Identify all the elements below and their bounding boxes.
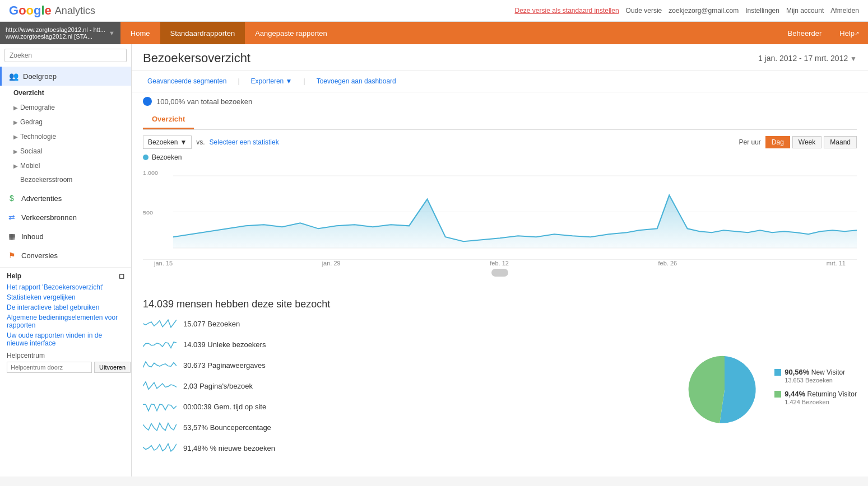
help-link-3[interactable]: De interactieve tabel gebruiken	[7, 303, 124, 311]
sidebar-item-sociaal[interactable]: ▶ Sociaal	[0, 144, 131, 158]
helpcentrum-label: Helpcentrum	[7, 352, 45, 359]
new-visitor-text: 90,56% New Visitor 13.653 Bezoeken	[785, 368, 845, 384]
logo: Google Analytics	[9, 3, 95, 18]
helpcentrum-button[interactable]: Uitvoeren	[94, 362, 131, 373]
inhoud-icon: ▦	[7, 231, 17, 241]
maand-button[interactable]: Maand	[824, 136, 857, 148]
sidebar-item-gedrag[interactable]: ▶ Gedrag	[0, 115, 131, 129]
main-layout: 👥 Doelgroep Overzicht ▶ Demografie ▶ Ged…	[0, 44, 868, 476]
segment-bar: 100,00% van totaal bezoeken	[132, 92, 868, 110]
tab-overzicht[interactable]: Overzicht	[143, 110, 194, 129]
helpcentrum-row: Uitvoeren	[7, 362, 124, 373]
overview-tabs: Overzicht	[143, 110, 857, 130]
week-button[interactable]: Week	[792, 136, 821, 148]
stat-row: 00:00:39 Gem. tijd op site	[143, 400, 677, 414]
nav-help[interactable]: Help ↗	[830, 29, 868, 38]
settings-link[interactable]: Instellingen	[745, 7, 779, 15]
segment-circle-icon	[143, 97, 152, 106]
stat-label: 2,03 Pagina's/bezoek	[183, 382, 253, 390]
nav-admin[interactable]: Beheerder	[779, 29, 831, 38]
navbar: http://www.zorgtoeslag2012.nl - htt... w…	[0, 22, 868, 44]
old-version-link[interactable]: Oude versie	[626, 7, 662, 15]
gedrag-label: Gedrag	[20, 118, 43, 126]
sparkline-icon	[143, 317, 177, 331]
nav-standard-reports[interactable]: Standaardrapporten	[160, 22, 245, 44]
scroll-handle[interactable]	[491, 269, 508, 277]
time-range-buttons: Per uur Dag Week Maand	[739, 136, 857, 148]
x-label-2: feb. 12	[490, 260, 509, 267]
sidebar-item-conversies[interactable]: ⚑ Conversies	[0, 246, 131, 265]
conversies-icon: ⚑	[7, 250, 17, 260]
search-box	[0, 44, 131, 67]
stat-row: 14.039 Unieke bezoekers	[143, 338, 677, 352]
date-range-text: 1 jan. 2012 - 17 mrt. 2012	[758, 54, 848, 63]
stat-row: 91,48% % nieuwe bezoeken	[143, 441, 677, 455]
email-link[interactable]: zoekjezorg@gmail.com	[669, 7, 739, 15]
sidebar-item-advertenties[interactable]: $ Advertenties	[0, 189, 131, 208]
sidebar-item-bezoekersstroom[interactable]: Bezoekersstroom	[0, 173, 131, 186]
nav-home[interactable]: Home	[120, 22, 160, 44]
help-link-4[interactable]: Algemene bedieningselementen voor rappor…	[7, 314, 124, 329]
dropdown-arrow-icon: ▼	[180, 138, 187, 146]
logout-link[interactable]: Afmelden	[830, 7, 859, 15]
helpcentrum-input[interactable]	[7, 362, 92, 373]
help-link-5[interactable]: Uw oude rapporten vinden in de nieuwe in…	[7, 331, 124, 347]
legend-label: Bezoeken	[152, 153, 182, 161]
page-title: Bezoekersoverzicht	[143, 51, 250, 66]
bezoekersstroom-label: Bezoekersstroom	[20, 176, 72, 184]
stats-section: 14.039 mensen hebben deze site bezocht 1…	[132, 292, 868, 462]
sidebar-item-verkeersbronnen[interactable]: ⇄ Verkeersbronnen	[0, 208, 131, 227]
stats-list: 15.077 Bezoeken14.039 Unieke bezoekers30…	[143, 317, 677, 462]
stat-row: 2,03 Pagina's/bezoek	[143, 379, 677, 393]
set-default-link[interactable]: Deze versie als standaard instellen	[514, 7, 619, 15]
doelgroep-icon: 👥	[8, 71, 18, 81]
x-label-0: jan. 15	[154, 260, 173, 267]
sparkline-icon	[143, 338, 177, 352]
sidebar-item-technologie[interactable]: ▶ Technologie	[0, 129, 131, 144]
sidebar-item-inhoud[interactable]: ▦ Inhoud	[0, 227, 131, 246]
dag-button[interactable]: Dag	[765, 136, 790, 148]
collapse-icon[interactable]: ◻	[119, 272, 124, 280]
verkeersbronnen-label: Verkeersbronnen	[21, 213, 77, 222]
toevoegen-button[interactable]: Toevoegen aan dashboard	[312, 75, 401, 87]
stat-label: 00:00:39 Gem. tijd op site	[183, 403, 266, 411]
search-input[interactable]	[4, 49, 127, 62]
help-title: Help ◻	[7, 272, 124, 280]
google-logo: Google	[9, 3, 52, 18]
date-range-selector[interactable]: 1 jan. 2012 - 17 mrt. 2012 ▼	[758, 54, 857, 63]
compare-metric-link[interactable]: Selecteer een statistiek	[210, 138, 279, 146]
x-label-3: feb. 26	[658, 260, 677, 267]
nav-custom-reports[interactable]: Aangepaste rapporten	[245, 22, 337, 44]
metric-dropdown[interactable]: Bezoeken ▼	[143, 135, 192, 149]
returning-visitor-text: 9,44% Returning Visitor 1.424 Bezoeken	[785, 390, 857, 406]
exporteren-button[interactable]: Exporteren ▼	[247, 75, 297, 87]
chart-area: 1.000 500	[143, 165, 857, 260]
site-url-line2: www.zorgtoeslag2012.nl [STA...	[6, 33, 105, 40]
advanced-segments-button[interactable]: Geavanceerde segmenten	[143, 75, 231, 87]
help-link-1[interactable]: Het rapport 'Bezoekersoverzicht'	[7, 283, 124, 291]
metric-selector: Bezoeken ▼ vs. Selecteer een statistiek	[143, 135, 279, 149]
returning-visitor-row: 9,44% Returning Visitor 1.424 Bezoeken	[774, 390, 857, 406]
sidebar-item-overzicht[interactable]: Overzicht	[0, 86, 131, 100]
pie-chart	[688, 353, 761, 426]
chart-scroll	[143, 267, 857, 281]
technologie-label: Technologie	[20, 133, 56, 141]
chart-section: Overzicht Bezoeken ▼ vs. Selecteer een s…	[132, 110, 868, 292]
sparkline-icon	[143, 379, 177, 393]
sidebar-item-mobiel[interactable]: ▶ Mobiel	[0, 158, 131, 173]
arrow-right-icon: ▶	[13, 105, 18, 111]
y-label-500: 500	[143, 210, 153, 216]
dropdown-arrow-icon: ▼	[109, 30, 115, 36]
sidebar-item-doelgroep[interactable]: 👥 Doelgroep	[0, 67, 131, 86]
doelgroep-label: Doelgroep	[23, 72, 57, 81]
vs-text: vs.	[196, 138, 205, 146]
legend-dot-icon	[143, 155, 148, 160]
sidebar-item-demografie[interactable]: ▶ Demografie	[0, 100, 131, 115]
nav-right: Beheerder Help ↗	[779, 22, 868, 44]
segment-text: 100,00% van totaal bezoeken	[156, 97, 252, 106]
site-selector[interactable]: http://www.zorgtoeslag2012.nl - htt... w…	[0, 22, 120, 44]
demografie-label: Demografie	[20, 104, 55, 111]
help-link-2[interactable]: Statistieken vergelijken	[7, 293, 124, 301]
x-label-4: mrt. 11	[827, 260, 846, 267]
my-account-link[interactable]: Mijn account	[786, 7, 824, 15]
